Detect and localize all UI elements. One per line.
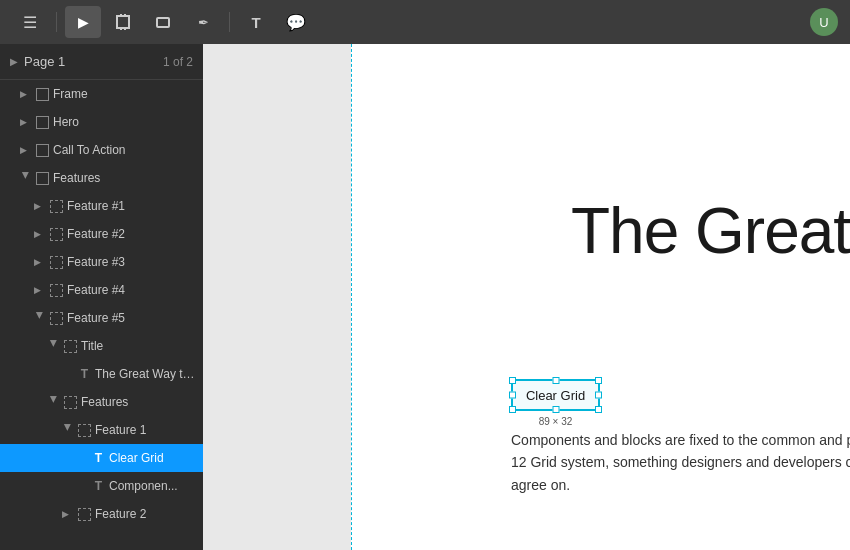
- layer-chevron-f1: ▶: [34, 201, 46, 211]
- layer-name-fsub: Features: [81, 395, 195, 409]
- layer-chevron-f5: ▶: [35, 312, 45, 324]
- handle-bottom-left[interactable]: [509, 406, 516, 413]
- component-icon-f4: [50, 284, 63, 297]
- layer-name-f5: Feature #5: [67, 311, 195, 325]
- guide-line-vertical: [351, 44, 352, 550]
- text-tool-button[interactable]: T: [238, 6, 274, 38]
- layer-chevron-title: ▶: [49, 340, 59, 352]
- layer-name-f1: Feature #1: [67, 199, 195, 213]
- handle-bottom-right[interactable]: [595, 406, 602, 413]
- layer-item-clear-grid[interactable]: ▶ T Clear Grid: [0, 444, 203, 472]
- layer-chevron-f2: ▶: [34, 229, 46, 239]
- element-size-badge: 89 × 32: [539, 416, 573, 427]
- page-header-left: ▶ Page 1: [10, 54, 65, 69]
- selected-element-label: Clear Grid: [526, 388, 585, 403]
- layer-item-feature-5[interactable]: ▶ Feature #5: [0, 304, 203, 332]
- layer-item-features-sub[interactable]: ▶ Features: [0, 388, 203, 416]
- shape-icon: [156, 17, 170, 28]
- menu-icon: ☰: [23, 13, 37, 32]
- layer-item-the-great-way[interactable]: ▶ T The Great Way to ...: [0, 360, 203, 388]
- text-icon-tgw: T: [78, 367, 91, 381]
- handle-bottom-mid[interactable]: [552, 406, 559, 413]
- layer-name-features: Features: [53, 171, 195, 185]
- user-avatar[interactable]: U: [810, 8, 838, 36]
- layer-name-cta: Call To Action: [53, 143, 195, 157]
- text-icon-cg: T: [92, 451, 105, 465]
- layer-chevron-f3: ▶: [34, 257, 46, 267]
- layer-item-feature-3[interactable]: ▶ Feature #3: [0, 248, 203, 276]
- layer-item-feature-2-sub[interactable]: ▶ Feature 2: [0, 500, 203, 528]
- canvas: The Great Way to Clear Grid 89 × 32: [203, 44, 850, 550]
- layer-item-feature-2[interactable]: ▶ Feature #2: [0, 220, 203, 248]
- feature-section: Components and blocks are fixed to the c…: [511, 429, 850, 496]
- layer-name-title: Title: [81, 339, 195, 353]
- toolbar: ☰ ▶ ✒ T 💬 U: [0, 0, 850, 44]
- layer-chevron-frame: ▶: [20, 89, 32, 99]
- layer-item-frame[interactable]: ▶ Frame: [0, 80, 203, 108]
- page-count: 1 of 2: [163, 55, 193, 69]
- layer-name-comp: Componen...: [109, 479, 195, 493]
- frame-icon-hero: [36, 116, 49, 129]
- shape-tool-button[interactable]: [145, 6, 181, 38]
- layers-panel: ▶ Page 1 1 of 2 ▶ Frame ▶ Hero ▶ Call To…: [0, 44, 203, 550]
- comment-icon: 💬: [286, 13, 306, 32]
- select-tool-button[interactable]: ▶: [65, 6, 101, 38]
- frame-icon-frame: [36, 88, 49, 101]
- layer-item-call-to-action[interactable]: ▶ Call To Action: [0, 136, 203, 164]
- layer-name-f3: Feature #3: [67, 255, 195, 269]
- component-icon-f1: [50, 200, 63, 213]
- component-icon-f2: [50, 228, 63, 241]
- layer-item-feature-1-sub[interactable]: ▶ Feature 1: [0, 416, 203, 444]
- main-area: ▶ Page 1 1 of 2 ▶ Frame ▶ Hero ▶ Call To…: [0, 44, 850, 550]
- component-icon-title: [64, 340, 77, 353]
- canvas-heading: The Great Way to: [571, 194, 850, 268]
- handle-mid-right[interactable]: [595, 392, 602, 399]
- select-icon: ▶: [78, 14, 89, 30]
- layer-name-f2: Feature #2: [67, 227, 195, 241]
- toolbar-separator-2: [229, 12, 230, 32]
- handle-top-mid[interactable]: [552, 377, 559, 384]
- layer-chevron-f1sub: ▶: [63, 424, 73, 436]
- frame-icon-features: [36, 172, 49, 185]
- layer-name-frame: Frame: [53, 87, 195, 101]
- frame-icon: [116, 15, 130, 29]
- layer-item-component[interactable]: ▶ T Componen...: [0, 472, 203, 500]
- layer-item-hero[interactable]: ▶ Hero: [0, 108, 203, 136]
- pen-icon: ✒: [198, 15, 209, 30]
- layer-item-feature-4[interactable]: ▶ Feature #4: [0, 276, 203, 304]
- menu-button[interactable]: ☰: [12, 6, 48, 38]
- text-icon: T: [251, 14, 260, 31]
- page-chevron-icon: ▶: [10, 56, 18, 67]
- comment-tool-button[interactable]: 💬: [278, 6, 314, 38]
- handle-mid-left[interactable]: [509, 392, 516, 399]
- pen-tool-button[interactable]: ✒: [185, 6, 221, 38]
- toolbar-separator-1: [56, 12, 57, 32]
- page-name[interactable]: Page 1: [24, 54, 65, 69]
- layer-item-features[interactable]: ▶ Features: [0, 164, 203, 192]
- selected-element-clear-grid[interactable]: Clear Grid 89 × 32: [511, 379, 600, 411]
- layer-item-title[interactable]: ▶ Title: [0, 332, 203, 360]
- layer-name-hero: Hero: [53, 115, 195, 129]
- layer-name-cg: Clear Grid: [109, 451, 195, 465]
- text-icon-comp: T: [92, 479, 105, 493]
- page-header: ▶ Page 1 1 of 2: [0, 44, 203, 80]
- layer-chevron-f4: ▶: [34, 285, 46, 295]
- layer-name-f2sub: Feature 2: [95, 507, 195, 521]
- component-icon-f2sub: [78, 508, 91, 521]
- layer-chevron-f2sub: ▶: [62, 509, 74, 519]
- component-icon-f3: [50, 256, 63, 269]
- layer-name-f1sub: Feature 1: [95, 423, 195, 437]
- layer-chevron-hero: ▶: [20, 117, 32, 127]
- frame-tool-button[interactable]: [105, 6, 141, 38]
- layer-name-tgw: The Great Way to ...: [95, 367, 195, 381]
- handle-top-left[interactable]: [509, 377, 516, 384]
- layer-chevron-fsub: ▶: [49, 396, 59, 408]
- frame-icon-cta: [36, 144, 49, 157]
- layer-item-feature-1[interactable]: ▶ Feature #1: [0, 192, 203, 220]
- layer-chevron-features: ▶: [21, 172, 31, 184]
- handle-top-right[interactable]: [595, 377, 602, 384]
- frame-area: The Great Way to Clear Grid 89 × 32: [351, 44, 850, 550]
- layer-chevron-cta: ▶: [20, 145, 32, 155]
- component-icon-fsub: [64, 396, 77, 409]
- canvas-inner: The Great Way to Clear Grid 89 × 32: [203, 44, 850, 550]
